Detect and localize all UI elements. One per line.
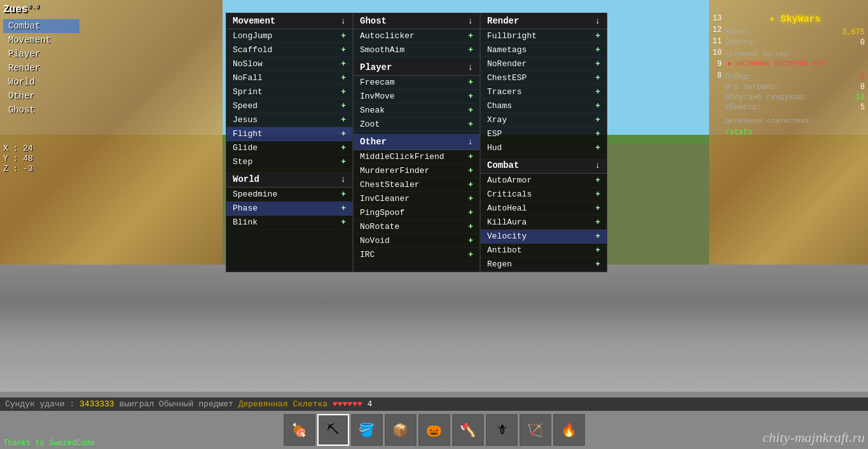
skywars-title: ✦ SkyWars [725,13,865,25]
category-list: Combat Movement Player Render World Othe… [3,19,79,117]
sidebar-item-render[interactable]: Render [3,61,79,75]
watermark-text: chity-majnkraft.ru [762,429,865,446]
count-text: 4 [368,399,373,409]
hotbar-slot-4[interactable]: 📦 [385,414,417,446]
ground [0,265,868,392]
sidebar-item-other[interactable]: Other [3,89,79,103]
menu-item-sprint[interactable]: Sprint+ [226,85,352,99]
menu-item-jesus[interactable]: Jesus+ [226,113,352,127]
other-header: Other ↓ [354,134,479,150]
stats-cmd[interactable]: /stats [725,128,865,137]
menu-item-invmove[interactable]: InvMove+ [354,90,479,104]
player-header: Player ↓ [354,60,479,76]
world-header-label: World [233,174,259,184]
stats-games-row: Игр сыграно: 8 [725,83,865,92]
render-header-arrow: ↓ [595,16,600,26]
sidebar-item-world[interactable]: World [3,75,79,89]
menu-item-velocity[interactable]: Velocity+ [481,230,607,244]
menu-item-novoid[interactable]: NoVoid+ [354,234,479,248]
menu-item-phase[interactable]: Phase+ [226,202,352,216]
ghost-header-label: Ghost [360,16,387,26]
menu-item-scaffold[interactable]: Scaffold+ [226,43,352,57]
panel-ghost: Ghost ↓ Autoclicker+ SmoothAim+ Player ↓… [353,13,480,272]
sidebar-item-movement[interactable]: Movement [3,33,79,47]
stats-panel: ✦ SkyWars Монет: 3,675 Золота: 0 Активны… [725,13,865,137]
sidebar-item-combat[interactable]: Combat [3,19,79,33]
player-header-label: Player [360,62,392,73]
menu-item-norotate[interactable]: NoRotate+ [354,220,479,234]
sidebar-item-ghost[interactable]: Ghost [3,103,79,117]
menu-item-antibot[interactable]: Antibot+ [481,244,607,258]
menu-item-flight[interactable]: Flight+ [226,127,352,141]
ghost-header: Ghost ↓ [354,13,479,29]
menu-item-freecam[interactable]: Freecam+ [354,76,479,90]
menu-item-fullbright[interactable]: Fullbright+ [481,29,607,43]
panel-movement: Movement ↓ LongJump+ Scaffold+ NoSlow+ N… [226,13,353,272]
menu-item-chams[interactable]: Chams+ [481,99,607,113]
hotbar-slot-6[interactable]: 🪓 [452,414,484,446]
menus-container: Movement ↓ LongJump+ Scaffold+ NoSlow+ N… [226,13,607,272]
menu-item-middleclickfriend[interactable]: MiddleClickFriend+ [354,150,479,164]
hotbar-slot-5[interactable]: 🎃 [418,414,450,446]
menu-item-tracers[interactable]: Tracers+ [481,85,607,99]
menu-item-speedmine[interactable]: Speedmine+ [226,188,352,202]
hotbar: 🍖 ⛏ 🪣 📦 🎃 🪓 🗡 🏹 🔥 [284,414,585,446]
menu-item-irc[interactable]: IRC+ [354,248,479,262]
render-header-label: Render [487,16,519,26]
hearts-text: ♥♥♥♥♥♥ [333,399,362,409]
hotbar-slot-2[interactable]: ⛏ [317,414,349,446]
combat-header-arrow: ↓ [595,160,600,170]
render-header: Render ↓ [481,13,607,29]
hotbar-slot-1[interactable]: 🍖 [284,414,315,446]
menu-item-nofall[interactable]: NoFall+ [226,71,352,85]
thanks-text: Thanks to SwezedCode [3,439,95,448]
menu-item-murdererfinder[interactable]: MurdererFinder+ [354,164,479,178]
menu-item-criticals[interactable]: Criticals+ [481,188,607,202]
other-header-arrow: ↓ [468,137,473,147]
client-version: 0.9 [27,3,39,10]
menu-item-glide[interactable]: Glide+ [226,141,352,155]
combat-header-label: Combat [487,160,519,170]
menu-item-sneak[interactable]: Sneak+ [354,104,479,118]
stats-kills-row: Убийств: 5 [725,103,865,112]
lucky-won-text: выиграл Обычный предмет [119,399,233,409]
lucky-id-text: 3433333 [79,399,119,409]
menu-item-hud[interactable]: Hud+ [481,141,607,155]
hotbar-slot-8[interactable]: 🏹 [520,414,551,446]
client-name-text: Zues [3,4,27,15]
world-header: World ↓ [226,172,352,188]
menu-item-autoarmor[interactable]: AutoArmor+ [481,174,607,188]
lucky-item-text: Деревянная Склетка [238,399,327,409]
hotbar-slot-7[interactable]: 🗡 [486,414,518,446]
hotbar-slot-3[interactable]: 🪣 [351,414,383,446]
stats-wins-row: Побед: 0 [725,73,865,81]
menu-item-autoheal[interactable]: AutoHeal+ [481,202,607,216]
combat-header: Combat ↓ [481,158,607,174]
right-numbers: 13 12 11 10 9 8 [713,13,722,81]
menu-item-regen[interactable]: Regen+ [481,258,607,272]
menu-item-xray[interactable]: Xray+ [481,113,607,127]
menu-item-nametags[interactable]: Nametags+ [481,43,607,57]
menu-item-chestesp[interactable]: ChestESP+ [481,71,607,85]
menu-item-pingspoof[interactable]: PingSpoof+ [354,206,479,220]
other-header-label: Other [360,137,387,147]
menu-item-smoothaim[interactable]: SmoothAim+ [354,43,479,57]
menu-item-killaura[interactable]: KillAura+ [481,216,607,230]
coord-z: Z : -3 [3,164,33,174]
menu-item-cheststealer[interactable]: ChestStealer+ [354,178,479,192]
sidebar-item-player[interactable]: Player [3,47,79,61]
menu-item-esp[interactable]: ESP+ [481,127,607,141]
menu-item-autoclicker[interactable]: Autoclicker+ [354,29,479,43]
stats-coins-row: Монет: 3,675 [725,28,865,37]
menu-item-step[interactable]: Step+ [226,155,352,169]
hotbar-slot-9[interactable]: 🔥 [553,414,585,446]
menu-item-zoot[interactable]: Zoot+ [354,118,479,132]
menu-item-invcleaner[interactable]: InvCleaner+ [354,192,479,206]
menu-item-noslow[interactable]: NoSlow+ [226,57,352,71]
movement-header-arrow: ↓ [341,16,346,26]
menu-item-speed[interactable]: Speed+ [226,99,352,113]
coordinates: X : 24 Y : 48 Z : -3 [3,143,33,174]
menu-item-blink[interactable]: Blink+ [226,216,352,230]
menu-item-norender[interactable]: NoRender+ [481,57,607,71]
menu-item-longjump[interactable]: LongJump+ [226,29,352,43]
